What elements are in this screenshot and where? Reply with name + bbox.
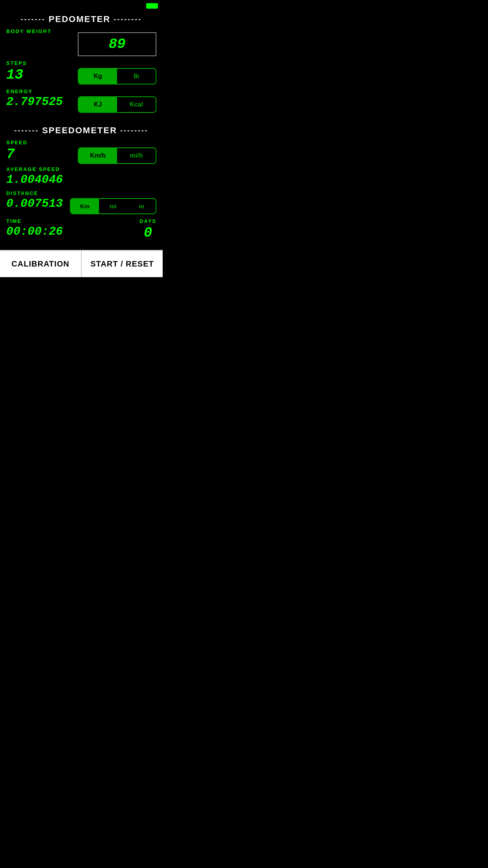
speed-unit-toggle[interactable]: Km/h mi/h [78,147,156,164]
days-block: DAYS 0 [139,218,156,241]
energy-unit-kcal-btn[interactable]: Kcal [117,97,156,112]
calibration-button[interactable]: CALIBRATION [0,250,82,277]
speed-value: 7 [6,146,63,162]
distance-value: 0.007513 [6,197,63,210]
start-reset-button[interactable]: START / RESET [82,250,163,277]
battery-icon [146,3,158,9]
energy-unit-row: ENERGY 2.797525 KJ Kcal [6,88,156,113]
steps-unit-row: STEPS 13 Kg lb [6,60,156,85]
avg-speed-value: 1.004046 [6,173,63,186]
distance-label: DISTANCE [6,190,63,196]
pedometer-dashes-left: ------- [21,15,46,24]
energy-left: ENERGY 2.797525 [6,88,63,108]
avg-speed-label: AVERAGE SPEED [6,166,63,172]
pedometer-section: BODY WEIGHT STEPS 13 Kg lb ENERGY 2.7975… [0,28,163,121]
steps-label: STEPS [6,60,27,66]
speed-unit-row: SPEED 7 AVERAGE SPEED 1.004046 Km/h mi/h [6,140,156,186]
speed-label: SPEED [6,140,63,145]
bottom-bar: CALIBRATION START / RESET [0,250,163,277]
distance-unit-right: Km mi m [70,190,156,214]
speed-left: SPEED 7 AVERAGE SPEED 1.004046 [6,140,63,186]
time-days-row: TIME 00:00:26 DAYS 0 [6,218,156,241]
weight-unit-lb-btn[interactable]: lb [117,69,156,84]
weight-unit-toggle[interactable]: Kg lb [78,68,156,85]
distance-left: DISTANCE 0.007513 [6,190,63,210]
body-weight-input[interactable] [78,32,156,56]
distance-unit-row: DISTANCE 0.007513 Km mi m [6,190,156,214]
time-label: TIME [6,218,63,224]
energy-unit-right: KJ Kcal [78,88,156,113]
speed-unit-kmh-btn[interactable]: Km/h [79,148,117,163]
pedometer-dashes-right: -------- [114,15,142,24]
weight-unit-kg-btn[interactable]: Kg [79,69,117,84]
speed-unit-right: Km/h mi/h [78,140,156,164]
speed-unit-mih-btn[interactable]: mi/h [117,148,156,163]
distance-unit-m-btn[interactable]: m [127,199,156,213]
energy-unit-toggle[interactable]: KJ Kcal [78,96,156,113]
speedometer-header: ------- SPEEDOMETER -------- [0,121,163,140]
steps-value: 13 [6,67,27,83]
days-value: 0 [144,225,152,241]
body-weight-left: BODY WEIGHT [6,28,51,35]
distance-unit-km-btn[interactable]: Km [71,199,99,213]
speedometer-dashes-left: ------- [14,127,39,135]
pedometer-title: PEDOMETER [49,14,110,24]
speedometer-title: SPEEDOMETER [42,125,117,136]
distance-unit-mi-btn[interactable]: mi [99,199,127,213]
pedometer-header: ------- PEDOMETER -------- [0,10,163,28]
time-block: TIME 00:00:26 [6,218,63,238]
speedometer-dashes-right: -------- [120,127,149,135]
energy-unit-kj-btn[interactable]: KJ [79,97,117,112]
time-value: 00:00:26 [6,225,63,238]
steps-left: STEPS 13 [6,60,27,83]
energy-value: 2.797525 [6,95,63,108]
status-bar [0,0,163,10]
body-weight-row: BODY WEIGHT [6,28,156,56]
body-weight-label: BODY WEIGHT [6,28,51,34]
speedometer-section: SPEED 7 AVERAGE SPEED 1.004046 Km/h mi/h… [0,140,163,250]
energy-label: ENERGY [6,88,63,94]
body-weight-right [78,28,156,56]
distance-unit-toggle[interactable]: Km mi m [70,198,156,214]
days-label: DAYS [139,218,156,224]
weight-unit-right: Kg lb [78,60,156,85]
